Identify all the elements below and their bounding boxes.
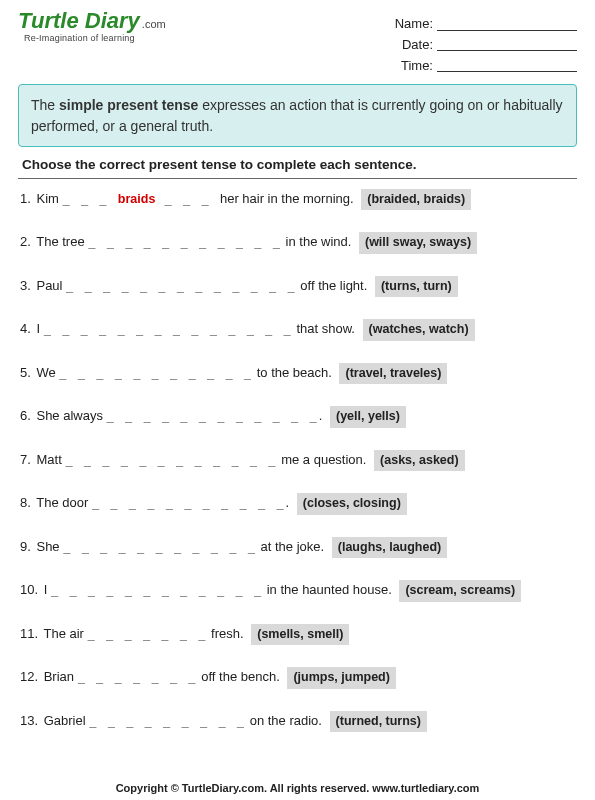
question-before: She <box>36 539 63 554</box>
answer-blank[interactable]: _ _ _ _ _ _ _ <box>78 670 198 684</box>
question-before: We <box>36 365 59 380</box>
question-before: The door <box>36 495 92 510</box>
answer-options: (jumps, jumped) <box>287 667 396 689</box>
question-after: in the wind. <box>282 234 351 249</box>
question-number: 4. <box>20 321 31 336</box>
question-before: The air <box>43 626 87 641</box>
answer-options: (yell, yells) <box>330 406 406 428</box>
answer-blank[interactable]: _ _ _ _ _ _ _ <box>88 627 208 641</box>
time-blank[interactable] <box>437 60 577 72</box>
question-item: 8. The door _ _ _ _ _ _ _ _ _ _ _. (clos… <box>20 493 575 515</box>
answer-blank[interactable]: _ _ _ _ _ _ _ _ _ _ _ _ _ _ <box>44 322 293 336</box>
question-number: 5. <box>20 365 31 380</box>
answer-blank[interactable]: _ _ _ _ _ _ _ _ _ _ _ _ <box>65 453 277 467</box>
question-after: off the bench. <box>198 669 280 684</box>
question-number: 12. <box>20 669 38 684</box>
answer-options: (watches, watch) <box>363 319 475 341</box>
question-after: fresh. <box>207 626 243 641</box>
question-item: 5. We _ _ _ _ _ _ _ _ _ _ _ to the beach… <box>20 363 575 385</box>
time-label: Time: <box>401 58 433 73</box>
question-number: 11. <box>20 626 38 641</box>
question-number: 2. <box>20 234 31 249</box>
question-number: 7. <box>20 452 31 467</box>
question-after: her hair in the morning. <box>220 191 354 206</box>
answer-options: (asks, asked) <box>374 450 465 472</box>
answer-blank[interactable]: _ _ _ _ _ _ _ _ _ _ _ <box>63 540 257 554</box>
question-before: I <box>44 582 51 597</box>
logo-tagline: Re-Imagination of learning <box>18 34 166 43</box>
answer-blank[interactable]: _ _ _ <box>62 192 117 206</box>
question-item: 13. Gabriel _ _ _ _ _ _ _ _ _ on the rad… <box>20 711 575 733</box>
answer-blank[interactable]: _ _ _ _ _ _ _ _ _ _ _ _ <box>51 583 263 597</box>
answer-options: (closes, closing) <box>297 493 407 515</box>
question-after: on the radio. <box>246 713 322 728</box>
question-item: 10. I _ _ _ _ _ _ _ _ _ _ _ _ in the hau… <box>20 580 575 602</box>
questions-list: 1. Kim _ _ _ braids _ _ _ her hair in th… <box>18 189 577 733</box>
logo-main: Turtle Diary <box>18 10 140 32</box>
answer-options: (scream, screams) <box>399 580 521 602</box>
question-number: 13. <box>20 713 38 728</box>
question-after: in the haunted house. <box>263 582 392 597</box>
instruction: Choose the correct present tense to comp… <box>22 157 573 172</box>
question-item: 7. Matt _ _ _ _ _ _ _ _ _ _ _ _ me a que… <box>20 450 575 472</box>
question-after: off the light. <box>297 278 368 293</box>
answer-blank[interactable]: _ _ _ <box>155 192 220 206</box>
answer-options: (laughs, laughed) <box>332 537 447 559</box>
question-item: 11. The air _ _ _ _ _ _ _ fresh. (smells… <box>20 624 575 646</box>
question-number: 8. <box>20 495 31 510</box>
name-label: Name: <box>395 16 433 31</box>
answer-options: (braided, braids) <box>361 189 471 211</box>
question-number: 9. <box>20 539 31 554</box>
answer-options: (turns, turn) <box>375 276 458 298</box>
question-item: 3. Paul _ _ _ _ _ _ _ _ _ _ _ _ _ off th… <box>20 276 575 298</box>
question-number: 1. <box>20 191 31 206</box>
header: Turtle Diary.com Re-Imagination of learn… <box>18 10 577 76</box>
definition-prefix: The <box>31 97 59 113</box>
answer-blank[interactable]: _ _ _ _ _ _ _ _ _ _ _ <box>59 366 253 380</box>
question-number: 3. <box>20 278 31 293</box>
question-before: Kim <box>36 191 62 206</box>
question-after: at the joke. <box>257 539 324 554</box>
question-after: that show. <box>293 321 355 336</box>
question-number: 6. <box>20 408 31 423</box>
name-blank[interactable] <box>437 19 577 31</box>
answer-blank[interactable]: _ _ _ _ _ _ _ _ _ <box>89 714 246 728</box>
question-after: to the beach. <box>253 365 332 380</box>
question-before: I <box>36 321 43 336</box>
question-item: 2. The tree _ _ _ _ _ _ _ _ _ _ _ in the… <box>20 232 575 254</box>
question-before: Paul <box>36 278 66 293</box>
definition-box: The simple present tense expresses an ac… <box>18 84 577 147</box>
example-answer: braids <box>118 192 156 206</box>
question-before: The tree <box>36 234 88 249</box>
question-before: Matt <box>36 452 65 467</box>
question-item: 6. She always _ _ _ _ _ _ _ _ _ _ _ _. (… <box>20 406 575 428</box>
answer-options: (will sway, sways) <box>359 232 477 254</box>
logo: Turtle Diary.com Re-Imagination of learn… <box>18 10 166 43</box>
question-item: 1. Kim _ _ _ braids _ _ _ her hair in th… <box>20 189 575 211</box>
question-before: She always <box>36 408 106 423</box>
question-before: Gabriel <box>44 713 90 728</box>
answer-options: (turned, turns) <box>330 711 427 733</box>
question-after: . <box>286 495 290 510</box>
question-item: 9. She _ _ _ _ _ _ _ _ _ _ _ at the joke… <box>20 537 575 559</box>
question-before: Brian <box>44 669 78 684</box>
answer-options: (smells, smell) <box>251 624 349 646</box>
answer-options: (travel, traveles) <box>339 363 447 385</box>
answer-blank[interactable]: _ _ _ _ _ _ _ _ _ _ _ <box>88 235 282 249</box>
question-item: 4. I _ _ _ _ _ _ _ _ _ _ _ _ _ _ that sh… <box>20 319 575 341</box>
answer-blank[interactable]: _ _ _ _ _ _ _ _ _ _ _ _ _ <box>66 279 297 293</box>
footer: Copyright © TurtleDiary.com. All rights … <box>0 782 595 794</box>
divider <box>18 178 577 179</box>
definition-term: simple present tense <box>59 97 198 113</box>
question-item: 12. Brian _ _ _ _ _ _ _ off the bench. (… <box>20 667 575 689</box>
info-fields: Name: Date: Time: <box>395 10 577 76</box>
question-after: me a question. <box>278 452 367 467</box>
answer-blank[interactable]: _ _ _ _ _ _ _ _ _ _ _ <box>92 496 286 510</box>
date-label: Date: <box>402 37 433 52</box>
date-blank[interactable] <box>437 39 577 51</box>
question-after: . <box>319 408 323 423</box>
logo-dotcom: .com <box>140 18 166 30</box>
answer-blank[interactable]: _ _ _ _ _ _ _ _ _ _ _ _ <box>107 409 319 423</box>
question-number: 10. <box>20 582 38 597</box>
